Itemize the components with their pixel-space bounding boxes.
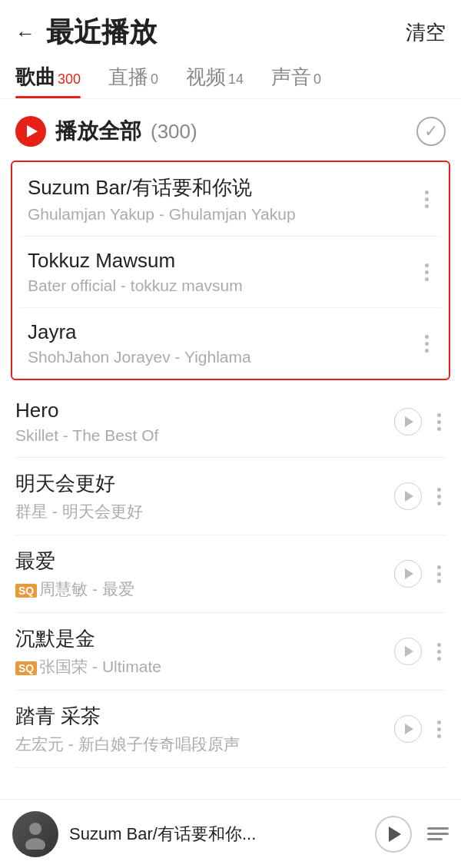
song-info: Suzum Bar/有话要和你说 Ghulamjan Yakup - Ghula… [28,174,420,224]
song-sub: 群星 - 明天会更好 [15,501,394,522]
more-button[interactable] [420,260,433,284]
page-title: 最近播放 [46,14,157,51]
tab-songs-label: 歌曲 [15,64,55,91]
tab-live[interactable]: 直播 0 [108,64,158,98]
song-info: Tokkuz Mawsum Bater official - tokkuz ma… [28,249,420,295]
song-title: Tokkuz Mawsum [28,249,420,273]
tab-sound-label: 声音 [271,64,311,91]
tabs-bar: 歌曲 300 直播 0 视频 14 声音 0 [0,59,461,99]
song-right [394,715,446,743]
song-sub: Ghulamjan Yakup - Ghulamjan Yakup [28,205,420,224]
player-info: Suzum Bar/有话要和你... [69,823,364,846]
tab-video-count: 14 [228,71,244,88]
song-right [394,560,446,588]
avatar-image [12,811,58,857]
song-item: 沉默是金 SQ张国荣 - Ultimate [0,613,461,690]
player-play-button[interactable] [375,816,412,853]
play-all-left: 播放全部 (300) [15,116,197,147]
play-all-label: 播放全部 [55,117,141,146]
player-title: Suzum Bar/有话要和你... [69,823,364,846]
play-button[interactable] [394,408,422,436]
song-info: 最爱 SQ周慧敏 - 最爱 [15,548,394,600]
more-button[interactable] [420,332,433,356]
more-button[interactable] [433,717,446,741]
song-title: 沉默是金 [15,625,394,652]
more-button[interactable] [433,640,446,664]
tab-songs[interactable]: 歌曲 300 [15,64,81,98]
bottom-player: Suzum Bar/有话要和你... [0,799,461,868]
song-item: Hero Skillet - The Best Of [0,386,461,457]
song-right [394,408,446,436]
sq-badge: SQ [15,661,37,675]
song-item: Suzum Bar/有话要和你说 Ghulamjan Yakup - Ghula… [12,162,449,236]
check-all-button[interactable]: ✓ [416,117,446,146]
song-right [394,482,446,510]
song-sub: ShohJahon Jorayev - Yighlama [28,348,420,366]
song-item: 明天会更好 群星 - 明天会更好 [0,458,461,535]
song-right [420,187,433,211]
tab-sound[interactable]: 声音 0 [271,64,321,98]
song-item: Tokkuz Mawsum Bater official - tokkuz ma… [12,237,449,307]
song-right [420,332,433,356]
tab-songs-count: 300 [58,71,81,88]
song-title: Jayra [28,320,420,344]
play-button[interactable] [394,638,422,665]
song-title: Suzum Bar/有话要和你说 [28,174,420,201]
player-playlist-button[interactable] [427,827,449,840]
svg-point-1 [25,838,45,850]
song-title: 明天会更好 [15,470,394,497]
song-right [394,638,446,665]
song-item: Jayra ShohJahon Jorayev - Yighlama [12,308,449,379]
play-button[interactable] [394,482,422,510]
song-sub: SQ张国荣 - Ultimate [15,656,394,678]
more-button[interactable] [420,187,433,211]
song-info: 沉默是金 SQ张国荣 - Ultimate [15,625,394,678]
song-info: Hero Skillet - The Best Of [15,399,394,445]
play-button[interactable] [394,560,422,588]
more-button[interactable] [433,485,446,509]
play-all-bar: 播放全部 (300) ✓ [0,99,461,161]
song-sub: 左宏元 - 新白娘子传奇唱段原声 [15,734,394,755]
song-info: 明天会更好 群星 - 明天会更好 [15,470,394,522]
player-controls [375,816,449,853]
header: ← 最近播放 清空 [0,0,461,59]
more-button[interactable] [433,562,446,586]
songs-list: Suzum Bar/有话要和你说 Ghulamjan Yakup - Ghula… [0,161,461,845]
sq-badge: SQ [15,584,37,598]
back-button[interactable]: ← [15,23,35,43]
divider [15,767,446,768]
tab-video[interactable]: 视频 14 [186,64,244,98]
song-sub: SQ周慧敏 - 最爱 [15,578,394,600]
song-sub: Skillet - The Best Of [15,426,394,445]
play-all-count: (300) [151,120,197,144]
tab-sound-count: 0 [313,71,321,88]
play-all-icon[interactable] [15,116,46,147]
song-info: Jayra ShohJahon Jorayev - Yighlama [28,320,420,366]
song-title: Hero [15,399,394,422]
song-right [420,260,433,284]
song-sub: Bater official - tokkuz mavsum [28,277,420,295]
play-button[interactable] [394,715,422,743]
song-item: 最爱 SQ周慧敏 - 最爱 [0,535,461,612]
song-item: 踏青 采茶 左宏元 - 新白娘子传奇唱段原声 [0,691,461,767]
clear-button[interactable]: 清空 [406,19,446,46]
song-title: 踏青 采茶 [15,703,394,730]
tab-live-label: 直播 [108,64,148,91]
song-title: 最爱 [15,548,394,575]
tab-video-label: 视频 [186,64,226,91]
highlighted-songs-section: Suzum Bar/有话要和你说 Ghulamjan Yakup - Ghula… [11,161,450,380]
more-button[interactable] [433,410,446,434]
tab-live-count: 0 [151,71,158,88]
svg-point-0 [29,823,41,835]
song-info: 踏青 采茶 左宏元 - 新白娘子传奇唱段原声 [15,703,394,755]
player-avatar [12,811,58,857]
header-left: ← 最近播放 [15,14,157,51]
